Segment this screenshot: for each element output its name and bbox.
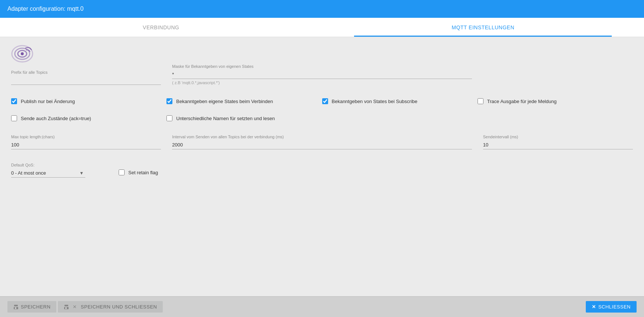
close-button[interactable]: ✕ SCHLIESSEN bbox=[586, 301, 637, 313]
announce-own-label[interactable]: Bekanntgeben eigene States beim Verbinde… bbox=[176, 99, 273, 104]
tab-mqtt-einstellungen-label: MQTT EINSTELLUNGEN bbox=[452, 24, 514, 30]
checkbox-cell-publish: Publish nur bei Änderung bbox=[11, 98, 166, 104]
retain-flag-label[interactable]: Set retain flag bbox=[128, 170, 158, 175]
checkboxes-row-1: Publish nur bei Änderung Bekanntgeben ei… bbox=[11, 98, 633, 104]
qos-select[interactable]: 0 - At most once 1 - At least once 2 - E… bbox=[11, 169, 85, 177]
mask-input[interactable] bbox=[172, 70, 472, 79]
send-ack-label[interactable]: Sende auch Zustände (ack=true) bbox=[21, 116, 91, 121]
send-ack-checkbox[interactable] bbox=[11, 115, 17, 121]
tabs-container: VERBINDUNG MQTT EINSTELLUNGEN bbox=[0, 18, 644, 37]
form-row-prefix-mask: Prefix für alle Topics Maske für Bekannt… bbox=[11, 64, 633, 85]
checkbox-cell-trace: Trace Ausgabe für jede Meldung bbox=[478, 98, 633, 104]
close-x-icon: ✕ bbox=[73, 304, 77, 310]
form-group-max-topic: Max topic length:(chars) bbox=[11, 135, 161, 149]
svg-rect-4 bbox=[14, 305, 18, 306]
interval-input[interactable] bbox=[172, 141, 472, 149]
retain-flag-checkbox[interactable] bbox=[119, 169, 125, 175]
qos-label: Default QoS: bbox=[11, 163, 85, 167]
interval-label: Interval vom Senden von allen Topics bei… bbox=[172, 135, 472, 139]
svg-point-3 bbox=[21, 52, 24, 55]
prefix-input[interactable] bbox=[11, 76, 161, 85]
save-button[interactable]: SPEICHERN bbox=[7, 301, 56, 313]
main-content: Prefix für alle Topics Maske für Bekannt… bbox=[0, 37, 644, 296]
mqtt-logo bbox=[11, 44, 633, 64]
save-label: SPEICHERN bbox=[21, 304, 50, 310]
form-row-qos-retain: Default QoS: 0 - At most once 1 - At lea… bbox=[11, 163, 633, 178]
different-names-label[interactable]: Unterschiedliche Namen für setzten und l… bbox=[176, 116, 275, 121]
publish-on-change-checkbox[interactable] bbox=[11, 98, 17, 104]
max-topic-label: Max topic length:(chars) bbox=[11, 135, 161, 139]
announce-own-checkbox[interactable] bbox=[166, 98, 172, 104]
qos-select-wrapper: 0 - At most once 1 - At least once 2 - E… bbox=[11, 169, 85, 178]
svg-rect-7 bbox=[65, 305, 68, 306]
send-interval-input[interactable] bbox=[483, 141, 633, 149]
title-bar: Adapter configuration: mqtt.0 bbox=[0, 0, 644, 18]
publish-on-change-label[interactable]: Publish nur bei Änderung bbox=[21, 99, 75, 104]
announce-subscribe-checkbox[interactable] bbox=[322, 98, 328, 104]
svg-rect-9 bbox=[65, 307, 67, 309]
max-topic-input[interactable] bbox=[11, 141, 161, 149]
form-group-qos: Default QoS: 0 - At most once 1 - At lea… bbox=[11, 163, 85, 178]
footer: SPEICHERN ✕ SPEICHERN UND SCHLIESSEN ✕ S… bbox=[0, 296, 644, 317]
form-row-intervals: Max topic length:(chars) Interval vom Se… bbox=[11, 135, 633, 149]
checkbox-cell-send-ack: Sende auch Zustände (ack=true) bbox=[11, 115, 166, 121]
tab-mqtt-einstellungen[interactable]: MQTT EINSTELLUNGEN bbox=[322, 18, 644, 37]
save-close-button[interactable]: ✕ SPEICHERN UND SCHLIESSEN bbox=[58, 301, 163, 313]
tab-verbindung[interactable]: VERBINDUNG bbox=[0, 18, 322, 37]
save-icon bbox=[13, 304, 19, 310]
form-group-interval: Interval vom Senden von allen Topics bei… bbox=[172, 135, 472, 149]
svg-rect-6 bbox=[15, 307, 16, 309]
mask-hint: ( z.B 'mqtt.0.*,javascript.*') bbox=[172, 80, 472, 85]
close-label: SCHLIESSEN bbox=[598, 304, 631, 310]
form-group-prefix: Prefix für alle Topics bbox=[11, 70, 161, 85]
mask-label: Maske für Bekanntgeben von eigenen State… bbox=[172, 64, 472, 69]
checkbox-cell-announce: Bekanntgeben eigene States beim Verbinde… bbox=[166, 98, 322, 104]
checkboxes-row-2: Sende auch Zustände (ack=true) Unterschi… bbox=[11, 115, 633, 121]
announce-subscribe-label[interactable]: Bekanntgeben von States bei Subscribe bbox=[332, 99, 417, 104]
save-icon-2 bbox=[64, 304, 69, 310]
retain-flag-cell: Set retain flag bbox=[119, 169, 158, 175]
checkbox-cell-diff-names: Unterschiedliche Namen für setzten und l… bbox=[166, 115, 322, 121]
save-close-label: SPEICHERN UND SCHLIESSEN bbox=[81, 304, 157, 310]
form-group-send-interval: Sendeintervall (ms) bbox=[483, 135, 633, 149]
trace-output-label[interactable]: Trace Ausgabe für jede Meldung bbox=[487, 99, 557, 104]
prefix-label: Prefix für alle Topics bbox=[11, 70, 161, 75]
form-group-mask: Maske für Bekanntgeben von eigenen State… bbox=[172, 64, 472, 85]
send-interval-label: Sendeintervall (ms) bbox=[483, 135, 633, 139]
tab-verbindung-label: VERBINDUNG bbox=[143, 24, 179, 30]
trace-output-checkbox[interactable] bbox=[478, 98, 483, 104]
close-x-icon-2: ✕ bbox=[592, 304, 596, 310]
title-text: Adapter configuration: mqtt.0 bbox=[7, 6, 83, 12]
different-names-checkbox[interactable] bbox=[166, 115, 172, 121]
checkbox-cell-announce-subscribe: Bekanntgeben von States bei Subscribe bbox=[322, 98, 478, 104]
